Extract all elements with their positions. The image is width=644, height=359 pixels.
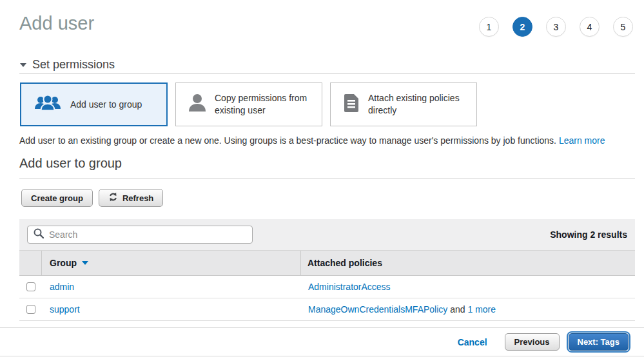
option-attach-policies[interactable]: Attach existing policies directly — [330, 82, 477, 126]
row-checkbox[interactable] — [26, 282, 35, 291]
more-policies-link[interactable]: 1 more — [467, 304, 496, 315]
refresh-button[interactable]: Refresh — [99, 189, 163, 207]
column-header-group[interactable]: Group — [42, 251, 301, 275]
group-cell: admin — [42, 282, 302, 292]
column-header-attached-policies: Attached policies — [301, 251, 635, 275]
wizard-step-indicator: 1 2 3 4 5 — [479, 17, 633, 37]
section-title: Set permissions — [32, 58, 115, 72]
group-link[interactable]: support — [50, 304, 80, 315]
heading-divider — [19, 179, 635, 179]
step-1: 1 — [479, 17, 499, 37]
set-permissions-section-toggle[interactable]: Set permissions — [20, 58, 115, 72]
policy-link[interactable]: ManageOwnCredentialsMFAPolicy — [308, 304, 447, 315]
search-input[interactable] — [49, 229, 246, 240]
policies-cell: ManageOwnCredentialsMFAPolicy and 1 more — [302, 304, 635, 315]
cancel-button[interactable]: Cancel — [458, 337, 487, 347]
previous-button[interactable]: Previous — [505, 333, 560, 351]
row-checkbox-cell — [19, 305, 42, 314]
option-label: Attach existing policies directly — [368, 92, 470, 117]
policies-and-text: and — [447, 304, 467, 315]
group-icon — [34, 93, 62, 115]
refresh-label: Refresh — [122, 193, 153, 203]
option-copy-permissions[interactable]: Copy permissions from existing user — [175, 82, 322, 126]
add-user-wizard-page: Add user 1 2 3 4 5 Set permissions Add — [0, 0, 644, 359]
sort-descending-icon — [82, 261, 88, 265]
group-cell: support — [42, 304, 302, 315]
permissions-description: Add user to an existing group or create … — [19, 135, 605, 146]
table-row: admin AdministratorAccess — [19, 276, 635, 298]
step-3: 3 — [546, 17, 566, 37]
search-box[interactable] — [27, 226, 253, 244]
wizard-footer: Cancel Previous Next: Tags — [0, 327, 644, 356]
section-divider — [19, 73, 635, 74]
group-column-label: Group — [50, 258, 77, 268]
option-label: Add user to group — [70, 99, 142, 111]
table-header-row: Group Attached policies — [19, 250, 635, 276]
refresh-icon — [108, 192, 118, 204]
policy-icon — [343, 93, 360, 115]
row-checkbox-cell — [19, 282, 42, 291]
groups-table: Showing 2 results Group Attached policie… — [19, 219, 635, 321]
group-link[interactable]: admin — [50, 282, 74, 292]
step-2-active: 2 — [512, 17, 532, 37]
step-4: 4 — [580, 17, 600, 37]
previous-label: Previous — [514, 337, 550, 347]
option-add-user-to-group[interactable]: Add user to group — [20, 82, 168, 126]
next-tags-label: Next: Tags — [578, 337, 620, 347]
description-text: Add user to an existing group or create … — [19, 135, 556, 146]
policy-link[interactable]: AdministratorAccess — [308, 282, 391, 292]
next-tags-button[interactable]: Next: Tags — [569, 333, 629, 351]
group-toolbar: Create group Refresh — [21, 189, 163, 207]
table-row: support ManageOwnCredentialsMFAPolicy an… — [19, 298, 635, 321]
add-user-to-group-heading: Add user to group — [19, 156, 122, 171]
search-icon — [34, 228, 44, 241]
results-summary: Showing 2 results — [550, 229, 627, 240]
step-5: 5 — [613, 17, 633, 37]
policies-column-label: Attached policies — [307, 258, 382, 268]
collapse-arrow-icon — [20, 63, 26, 67]
learn-more-link[interactable]: Learn more — [559, 135, 605, 146]
row-checkbox[interactable] — [26, 305, 35, 314]
create-group-label: Create group — [31, 193, 83, 203]
user-icon — [188, 93, 206, 115]
create-group-button[interactable]: Create group — [21, 189, 93, 207]
policies-cell: AdministratorAccess — [302, 282, 635, 292]
table-toolbar: Showing 2 results — [19, 219, 635, 250]
option-label: Copy permissions from existing user — [215, 92, 315, 117]
header-checkbox-cell — [19, 251, 42, 275]
page-title: Add user — [19, 13, 94, 34]
